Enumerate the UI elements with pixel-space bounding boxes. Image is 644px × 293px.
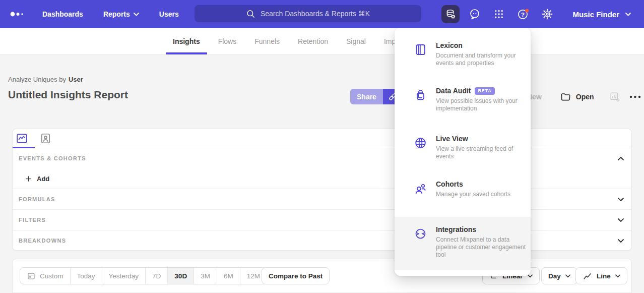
kebab-menu-icon (629, 95, 641, 98)
add-label: Add (37, 175, 49, 183)
tab-signal[interactable]: Signal (346, 28, 366, 54)
grid-apps-icon (493, 9, 504, 20)
nav-reports-label: Reports (103, 10, 130, 18)
navbar-right-controls: ? Music Finder (435, 0, 644, 28)
date-range-3m[interactable]: 3M (194, 268, 217, 284)
nav-users-label: Users (159, 10, 179, 18)
folder-icon (560, 91, 571, 102)
chevron-down-icon[interactable] (617, 218, 624, 222)
data-audit-icon (414, 88, 427, 102)
tab-funnels[interactable]: Funnels (254, 28, 280, 54)
apps-grid-button[interactable] (490, 5, 508, 23)
logo-dots-icon (10, 11, 25, 17)
date-range-6m[interactable]: 6M (217, 268, 240, 284)
open-label: Open (576, 93, 594, 101)
beta-badge: BETA (475, 87, 494, 95)
tab-retention[interactable]: Retention (298, 28, 328, 54)
tab-insights[interactable]: Insights (173, 28, 200, 54)
line-chart-tab-icon (16, 132, 28, 145)
cohorts-people-icon (414, 182, 427, 195)
mixpanel-logo-icon[interactable] (10, 11, 25, 17)
breadcrumb-prefix: Analyze Uniques by (8, 76, 66, 83)
help-button[interactable]: ? (514, 5, 532, 23)
query-builder-card: EVENTS & COHORTS Add FORMULAS FILTERS BR… (12, 129, 632, 251)
chart-type-select[interactable]: Line (575, 267, 627, 284)
profile-card-tab-icon (39, 132, 52, 145)
plus-icon (25, 175, 32, 183)
date-range-30d[interactable]: 30D (167, 268, 194, 284)
data-management-dropdown: Lexicon Document and transform your even… (395, 28, 531, 276)
section-formulas[interactable]: FORMULAS (13, 189, 631, 209)
chevron-up-icon[interactable] (617, 156, 624, 161)
chart-type-value: Line (597, 272, 611, 280)
date-range-7d[interactable]: 7D (145, 268, 167, 284)
add-to-dashboard-button[interactable] (609, 91, 620, 102)
chart-controls-card: Custom Today Yesterday 7D 30D 3M 6M 12M … (12, 259, 632, 293)
more-options-button[interactable] (628, 92, 642, 101)
chevron-down-icon (565, 274, 570, 278)
granularity-select[interactable]: Day (541, 267, 577, 284)
filters-label: FILTERS (19, 217, 46, 223)
menu-item-integrations[interactable]: Integrations Connect Mixpanel to a data … (395, 225, 531, 259)
formulas-label: FORMULAS (19, 196, 55, 202)
settings-button[interactable] (538, 5, 556, 23)
menu-item-cohorts[interactable]: Cohorts Manage your saved cohorts (395, 180, 531, 198)
report-tabstrip: Insights Flows Funnels Retention Signal … (0, 28, 644, 54)
share-button[interactable]: Share (350, 89, 383, 104)
project-switcher[interactable]: Music Finder (572, 10, 631, 19)
gear-icon (541, 8, 553, 20)
project-name: Music Finder (572, 10, 619, 19)
chevron-down-icon[interactable] (617, 239, 624, 243)
events-cohorts-label: EVENTS & COHORTS (19, 155, 86, 161)
chevron-down-icon (625, 13, 631, 16)
line-chart-icon (583, 271, 592, 281)
database-gear-icon (445, 9, 457, 20)
chevron-down-icon (615, 274, 620, 278)
date-range-today[interactable]: Today (70, 268, 102, 284)
svg-text:?: ? (521, 11, 525, 17)
search-placeholder: Search Dashboards & Reports ⌘K (261, 10, 370, 18)
compare-to-past-button[interactable]: Compare to Past (262, 267, 330, 284)
integrations-sync-icon (414, 227, 427, 241)
menu-item-live-view[interactable]: Live View View a live streaming feed of … (395, 135, 531, 160)
date-range-custom[interactable]: Custom (20, 268, 70, 284)
nav-users[interactable]: Users (159, 10, 179, 18)
data-management-button[interactable] (441, 5, 460, 23)
granularity-value: Day (548, 272, 561, 280)
feedback-button[interactable] (466, 5, 484, 23)
top-navbar: Dashboards Reports Users Search Dashboar… (0, 0, 644, 28)
section-events-cohorts[interactable]: EVENTS & COHORTS (13, 148, 631, 168)
globe-icon (414, 136, 427, 150)
calendar-icon (27, 271, 36, 280)
open-report-button[interactable]: Open (560, 91, 594, 102)
header-actions: New Open (527, 91, 642, 102)
page-title[interactable]: Untitled Insights Report (8, 89, 128, 101)
nav-reports[interactable]: Reports (103, 10, 139, 18)
breadcrumb-entity-selector[interactable]: User (69, 76, 83, 83)
chevron-down-icon (134, 13, 139, 16)
events-view-tab[interactable] (16, 132, 28, 145)
menu-item-lexicon[interactable]: Lexicon Document and transform your even… (395, 41, 531, 67)
query-view-tabs (13, 129, 631, 148)
help-question-icon: ? (517, 8, 530, 21)
profiles-view-tab[interactable] (39, 132, 52, 145)
tab-flows[interactable]: Flows (218, 28, 237, 54)
nav-dashboards[interactable]: Dashboards (42, 10, 83, 18)
notification-dot (525, 9, 529, 12)
active-tab-underline (166, 52, 207, 54)
breadcrumb: Analyze Uniques byUser (8, 76, 83, 83)
menu-item-data-audit[interactable]: Data Audit BETA View possible issues wit… (395, 87, 531, 112)
nav-dashboards-label: Dashboards (42, 10, 83, 18)
date-range-yesterday[interactable]: Yesterday (102, 268, 146, 284)
global-search-input[interactable]: Search Dashboards & Reports ⌘K (195, 5, 421, 22)
chat-bubble-icon (469, 8, 481, 20)
chevron-down-icon[interactable] (617, 197, 624, 202)
search-icon (246, 9, 255, 19)
section-filters[interactable]: FILTERS (13, 209, 631, 230)
tab-insights-label: Insights (173, 37, 200, 45)
section-breakdowns[interactable]: BREAKDOWNS (13, 230, 631, 251)
date-range-group: Custom Today Yesterday 7D 30D 3M 6M 12M (20, 267, 267, 284)
breakdowns-label: BREAKDOWNS (19, 238, 66, 244)
lexicon-book-icon (414, 43, 427, 56)
add-event-button[interactable]: Add (13, 168, 631, 189)
